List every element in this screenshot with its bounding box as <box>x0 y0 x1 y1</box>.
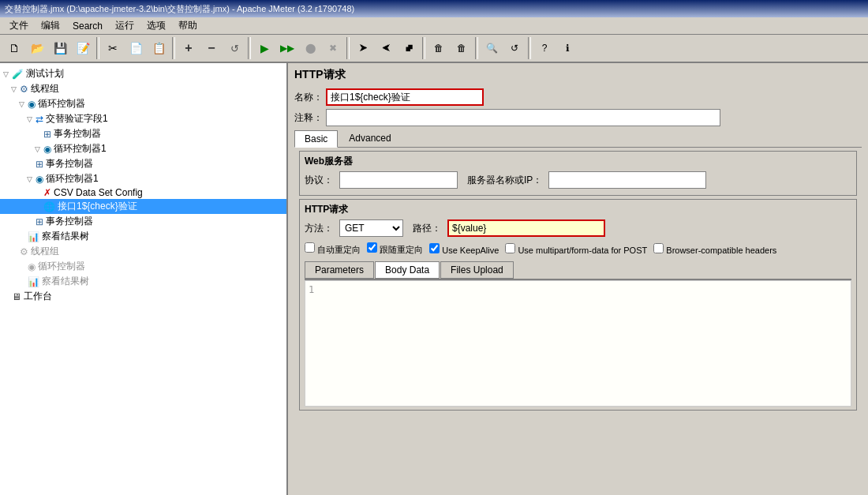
tab-basic[interactable]: Basic <box>294 130 338 148</box>
server-input[interactable] <box>548 171 706 189</box>
multipart-text: Use multipart/form-data for POST <box>518 246 647 255</box>
expand-icon[interactable]: ▽ <box>19 100 27 108</box>
multipart-label[interactable]: Use multipart/form-data for POST <box>505 243 647 255</box>
tree-item-threadgroup2[interactable]: ⚙ 线程组 <box>0 244 286 259</box>
tree-item-alt1[interactable]: ▽ ⇄ 交替验证字段1 <box>0 111 286 126</box>
menu-search[interactable]: Search <box>66 19 109 33</box>
tree-item-result1[interactable]: 📊 察看结果树 <box>0 229 286 244</box>
tab-filesupload[interactable]: Files Upload <box>440 261 514 279</box>
trans2-icon: ⊞ <box>36 159 43 170</box>
stop-button[interactable]: ⬤ <box>299 37 321 59</box>
browser-compat-label[interactable]: Browser-compatible headers <box>653 243 776 255</box>
save-button[interactable]: 💾 <box>49 37 71 59</box>
tree-item-loop3[interactable]: ▽ ◉ 循环控制器1 <box>0 171 286 186</box>
keepalive-label[interactable]: Use KeepAlive <box>429 243 499 255</box>
csv-icon: ✗ <box>43 187 51 198</box>
clear-all-button[interactable]: 🗑 <box>451 37 473 59</box>
menu-run[interactable]: 运行 <box>109 17 140 34</box>
tree-item-workbench[interactable]: 🖥 工作台 <box>0 289 286 304</box>
keepalive-checkbox[interactable] <box>429 243 440 253</box>
tree-item-csv[interactable]: ✗ CSV Data Set Config <box>0 186 286 199</box>
tree-item-trans3[interactable]: ⊞ 事务控制器 <box>0 214 286 229</box>
follow-redirect-label[interactable]: 跟随重定向 <box>367 242 423 256</box>
run-nopause-button[interactable]: ▶▶ <box>276 37 298 59</box>
expand-icon[interactable]: ▽ <box>27 115 35 123</box>
interface-icon: 🌐 <box>43 201 55 212</box>
result1-label: 察看结果树 <box>42 230 89 243</box>
clear-button[interactable]: 🗑 <box>428 37 450 59</box>
open-button[interactable]: 📂 <box>26 37 48 59</box>
tab-bodydata[interactable]: Body Data <box>375 261 440 279</box>
stopnow-button[interactable]: ✖ <box>322 37 344 59</box>
loop4-icon: ◉ <box>28 261 36 272</box>
threadgroup2-icon: ⚙ <box>20 246 28 257</box>
tree-item-loop4[interactable]: ◉ 循环控制器 <box>0 259 286 274</box>
loop3-icon: ◉ <box>36 174 43 185</box>
tree-item-trans2[interactable]: ⊞ 事务控制器 <box>0 156 286 171</box>
expand-icon[interactable]: ▽ <box>3 70 11 78</box>
expand-icon[interactable]: ▽ <box>27 175 35 183</box>
tree-item-loop1[interactable]: ▽ ◉ 循环控制器 <box>0 96 286 111</box>
workbench-label: 工作台 <box>24 290 52 303</box>
body-data-area[interactable]: 1 <box>305 280 851 407</box>
method-select[interactable]: GET POST PUT DELETE HEAD OPTIONS <box>339 219 403 237</box>
tab-advanced[interactable]: Advanced <box>339 129 401 147</box>
interface-label: 接口1${check}验证 <box>58 200 137 213</box>
remove-button[interactable]: − <box>200 37 223 59</box>
search-button[interactable]: 🔍 <box>481 37 503 59</box>
paste-button[interactable]: 📋 <box>148 37 170 59</box>
testplan-icon: 🧪 <box>12 69 24 80</box>
reset-button[interactable]: ↺ <box>503 37 526 59</box>
browser-compat-checkbox[interactable] <box>653 243 664 253</box>
tree-item-trans1[interactable]: ⊞ 事务控制器 <box>0 126 286 141</box>
result2-label: 察看结果树 <box>42 275 89 288</box>
add-button[interactable]: + <box>178 37 200 59</box>
tree-item-threadgroup1[interactable]: ▽ ⚙ 线程组 <box>0 81 286 96</box>
name-input[interactable] <box>326 88 484 106</box>
tree-item-interface[interactable]: 🌐 接口1${check}验证 <box>0 199 286 214</box>
auto-redirect-checkbox[interactable] <box>305 242 315 253</box>
help-button[interactable]: ? <box>533 37 556 59</box>
menu-file[interactable]: 文件 <box>3 17 35 34</box>
remote-stop-now-button[interactable]: ⮼ <box>398 37 420 59</box>
expand-icon[interactable]: ▽ <box>11 85 19 93</box>
tree-item-result2[interactable]: 📊 察看结果树 <box>0 274 286 289</box>
undo-button[interactable]: ↺ <box>223 37 245 59</box>
name-row: 名称： <box>294 88 862 106</box>
threadgroup1-label: 线程组 <box>31 82 59 96</box>
trans1-icon: ⊞ <box>43 129 51 140</box>
expand-icon[interactable]: ▽ <box>35 145 43 153</box>
follow-redirect-checkbox[interactable] <box>367 242 377 253</box>
path-label: 路径： <box>413 222 441 235</box>
run-button[interactable]: ▶ <box>253 37 275 59</box>
loop2-label: 循环控制器1 <box>54 142 107 156</box>
remote-start-button[interactable]: ⮞ <box>352 37 374 59</box>
saveas-button[interactable]: 📝 <box>72 37 94 59</box>
tab-parameters[interactable]: Parameters <box>305 261 374 279</box>
copy-button[interactable]: 📄 <box>125 37 147 59</box>
http-request-section: HTTP请求 方法： GET POST PUT DELETE HEAD OPTI… <box>299 199 857 411</box>
menu-edit[interactable]: 编辑 <box>35 17 66 34</box>
toolbar: 🗋 📂 💾 📝 ✂ 📄 📋 + − ↺ ▶ ▶▶ ⬤ ✖ ⮞ ⮜ ⮼ 🗑 🗑 🔍… <box>0 35 868 63</box>
line-number: 1 <box>309 284 314 295</box>
new-button[interactable]: 🗋 <box>3 37 25 59</box>
multipart-checkbox[interactable] <box>505 243 515 253</box>
menu-options[interactable]: 选项 <box>140 17 172 34</box>
comment-input[interactable] <box>326 109 720 126</box>
trans3-label: 事务控制器 <box>46 215 93 228</box>
web-server-title: Web服务器 <box>305 155 851 168</box>
toolbar-sep-2 <box>172 37 175 59</box>
info-button[interactable]: ℹ <box>556 37 578 59</box>
protocol-input[interactable] <box>339 171 458 189</box>
main-area: ▽ 🧪 测试计划 ▽ ⚙ 线程组 ▽ ◉ 循环控制器 ▽ ⇄ 交替验证字段1 <box>0 63 868 495</box>
remote-stop-button[interactable]: ⮜ <box>375 37 397 59</box>
auto-redirect-label[interactable]: 自动重定向 <box>305 242 361 256</box>
loop4-label: 循环控制器 <box>38 260 85 273</box>
path-input[interactable] <box>447 219 605 237</box>
comment-label: 注释： <box>294 111 323 125</box>
tree-item-testplan[interactable]: ▽ 🧪 测试计划 <box>0 66 286 81</box>
result1-icon: 📊 <box>28 231 39 242</box>
tree-item-loop2[interactable]: ▽ ◉ 循环控制器1 <box>0 141 286 156</box>
menu-help[interactable]: 帮助 <box>172 17 204 34</box>
cut-button[interactable]: ✂ <box>102 37 124 59</box>
